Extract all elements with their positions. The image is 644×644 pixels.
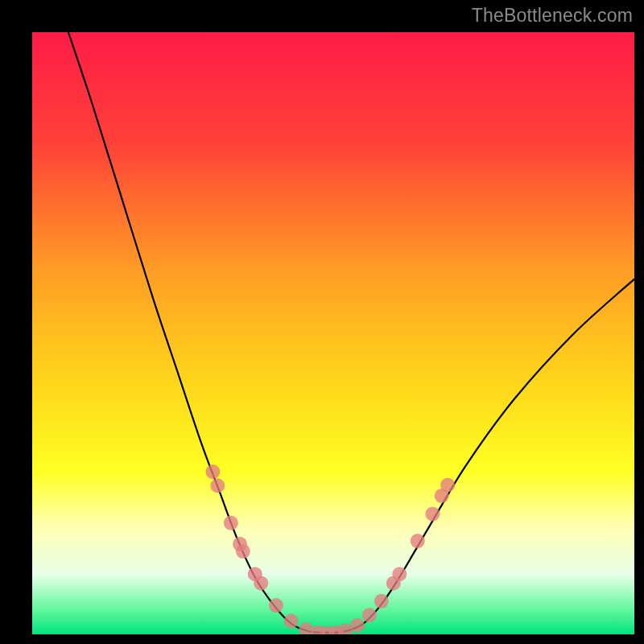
- curve-dot: [392, 567, 407, 581]
- chart-svg: [32, 32, 634, 634]
- curve-dot: [236, 544, 250, 559]
- curve-dot: [254, 576, 268, 590]
- watermark-text: TheBottleneck.com: [472, 5, 633, 27]
- curve-dot: [411, 534, 425, 548]
- curve-dot: [205, 464, 220, 479]
- bottleneck-curve: [68, 32, 634, 633]
- curve-dot: [425, 506, 440, 521]
- curve-dot: [224, 516, 238, 530]
- curve-dot: [284, 614, 299, 629]
- curve-dot: [374, 594, 389, 609]
- plot-area: [32, 32, 634, 634]
- curve-dot: [440, 478, 455, 493]
- curve-dot: [350, 618, 365, 633]
- curve-dot: [362, 608, 377, 622]
- chart-frame: TheBottleneck.com: [0, 0, 644, 644]
- curve-dots: [205, 464, 455, 634]
- curve-dot: [210, 478, 225, 493]
- curve-dot: [269, 598, 283, 613]
